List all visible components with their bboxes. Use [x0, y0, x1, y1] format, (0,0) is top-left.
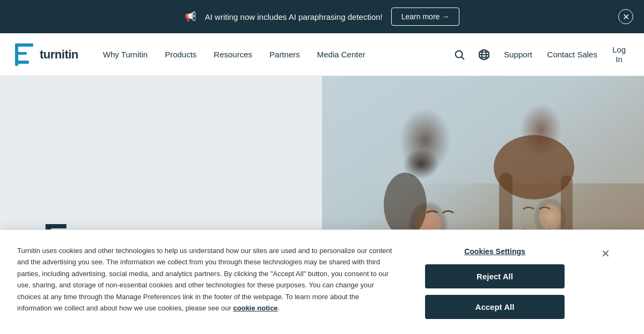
nav-link-support[interactable]: Support — [499, 46, 538, 63]
globe-icon — [478, 49, 490, 61]
svg-rect-4 — [15, 61, 29, 64]
cookie-buttons: Cookies Settings Reject All Accept All — [425, 245, 565, 291]
learn-more-button[interactable]: Learn more → — [391, 8, 459, 26]
svg-point-18 — [392, 138, 483, 213]
logo-link[interactable]: turnitin — [13, 41, 78, 68]
announcement-close-button[interactable]: ✕ — [618, 9, 633, 24]
svg-point-20 — [494, 135, 574, 199]
cookie-text-area: Turnitin uses cookies and other technolo… — [17, 245, 393, 291]
log-in-label-line2: In — [616, 55, 623, 64]
nav-link-products[interactable]: Products — [157, 46, 204, 63]
cookie-close-button[interactable]: ✕ — [597, 245, 614, 262]
reject-all-button[interactable]: Reject All — [425, 264, 565, 288]
nav-link-why-turnitin[interactable]: Why Turnitin — [96, 46, 155, 63]
nav-links: Why Turnitin Products Resources Partners… — [96, 46, 449, 63]
search-button[interactable] — [449, 44, 470, 65]
svg-point-19 — [384, 173, 427, 237]
svg-rect-3 — [15, 52, 27, 55]
turnitin-logo-icon — [13, 41, 35, 68]
nav-link-partners[interactable]: Partners — [262, 46, 308, 63]
navbar: turnitin Why Turnitin Products Resources… — [0, 33, 644, 76]
announcement-content: 📢 AI writing now includes AI paraphrasin… — [185, 8, 460, 26]
svg-rect-2 — [15, 43, 33, 47]
cookie-body-text: Turnitin uses cookies and other technolo… — [17, 245, 393, 291]
nav-link-contact-sales[interactable]: Contact Sales — [542, 46, 603, 63]
announcement-text: AI writing now includes AI paraphrasing … — [205, 12, 383, 21]
search-icon — [453, 49, 465, 61]
logo-text: turnitin — [40, 48, 78, 62]
megaphone-icon: 📢 — [185, 11, 196, 23]
svg-rect-13 — [322, 76, 644, 183]
announcement-bar: 📢 AI writing now includes AI paraphrasin… — [0, 0, 644, 33]
language-button[interactable] — [474, 44, 494, 65]
svg-line-6 — [462, 57, 464, 59]
cookie-banner: Turnitin uses cookies and other technolo… — [0, 229, 644, 291]
cookies-settings-link[interactable]: Cookies Settings — [464, 247, 525, 256]
nav-link-log-in[interactable]: Log In — [607, 41, 631, 69]
log-in-label-line1: Log — [612, 45, 626, 55]
nav-right: Support Contact Sales Log In — [449, 41, 631, 69]
nav-link-media-center[interactable]: Media Center — [310, 46, 373, 63]
nav-link-resources[interactable]: Resources — [206, 46, 260, 63]
